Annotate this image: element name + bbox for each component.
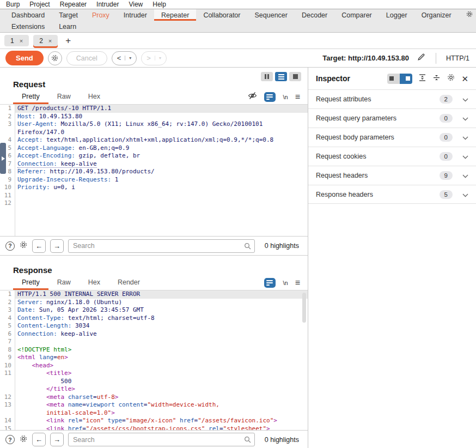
chevron-down-icon[interactable] [462, 190, 468, 199]
repeater-tab-1[interactable]: 1× [4, 35, 29, 46]
line-number: 7 [0, 338, 15, 346]
section-label: Response headers [316, 191, 440, 198]
menu-item-project[interactable]: Project [25, 1, 54, 8]
menu-item-burp[interactable]: Burp [1, 1, 25, 8]
response-panel: Response Pretty Raw Hex Render \n ≡ 1HTT… [0, 256, 308, 430]
layout-single-button[interactable] [289, 72, 301, 81]
tab-label: Logger [386, 11, 407, 19]
code-line: 10Priority: u=0, i [0, 184, 308, 192]
tab-target[interactable]: Target [52, 9, 85, 21]
tab-response-raw[interactable]: Raw [48, 275, 80, 290]
tab-collaborator[interactable]: Collaborator [196, 9, 247, 21]
search-prev-arrow-button[interactable]: ← [32, 433, 46, 446]
chevron-down-icon[interactable]: ▾ [125, 56, 131, 60]
collapse-all-icon[interactable] [432, 74, 441, 84]
chevron-down-icon[interactable] [462, 171, 468, 180]
tab-request-pretty[interactable]: Pretty [13, 89, 48, 104]
chevron-down-icon[interactable] [462, 94, 468, 104]
menu-item-view[interactable]: View [124, 1, 148, 8]
magnifier-icon [244, 436, 251, 443]
send-settings-gear-icon[interactable] [48, 51, 62, 65]
editor-menu-icon[interactable]: ≡ [295, 279, 300, 287]
hide-nonprintable-eye-slash-icon[interactable] [248, 92, 257, 102]
layout-columns-button[interactable] [261, 72, 273, 81]
request-editor[interactable]: 1GET /products/-10 HTTP/1.12Host: 10.49.… [0, 104, 308, 236]
code-line: 2Host: 10.49.153.80 [0, 113, 308, 121]
help-icon[interactable]: ? [5, 435, 15, 444]
tab-settings[interactable]: Se [459, 9, 476, 21]
search-next-arrow-button[interactable]: → [50, 239, 64, 253]
tab-label: Intruder [124, 11, 147, 19]
code-line: 3User-Agent: Mozilla/5.0 (X11; Linux x86… [0, 120, 308, 129]
tab-comparer[interactable]: Comparer [334, 9, 379, 21]
response-editor[interactable]: 1HTTP/1.1 500 INTERNAL SERVER ERROR2Serv… [0, 290, 308, 430]
play-triangle-icon [2, 156, 5, 161]
tab-intruder[interactable]: Intruder [117, 9, 154, 21]
inspector-dock-toggle [387, 74, 412, 84]
tab-proxy[interactable]: Proxy [85, 9, 117, 21]
help-icon[interactable]: ? [5, 241, 15, 251]
forward-history-button[interactable]: >▾ [141, 51, 167, 65]
close-icon[interactable]: × [48, 38, 52, 44]
search-settings-gear-icon[interactable] [19, 434, 28, 445]
tab-response-pretty[interactable]: Pretty [13, 275, 48, 290]
tab-logger[interactable]: Logger [379, 9, 414, 21]
menu-item-repeater[interactable]: Repeater [55, 1, 91, 8]
tab-learn[interactable]: Learn [52, 21, 83, 32]
add-tab-button[interactable]: + [62, 35, 74, 46]
chevron-down-icon[interactable] [462, 152, 468, 161]
editor-menu-icon[interactable]: ≡ [295, 93, 300, 101]
menu-item-intruder[interactable]: Intruder [91, 1, 124, 8]
scrollbar-thumb[interactable] [302, 293, 306, 323]
chevron-down-icon[interactable] [462, 132, 468, 142]
response-search-input[interactable] [68, 433, 255, 446]
tab-request-raw[interactable]: Raw [48, 89, 80, 104]
tab-label: Decoder [302, 11, 327, 19]
line-number: 15 [0, 425, 15, 431]
edit-target-pencil-icon[interactable] [417, 52, 426, 64]
tab-request-hex[interactable]: Hex [80, 89, 109, 104]
search-next-arrow-button[interactable]: → [50, 433, 64, 446]
inspector-section-request-body-parameters[interactable]: Request body parameters0 [308, 128, 476, 147]
show-newlines-icon[interactable]: \n [283, 94, 288, 100]
menu-item-help[interactable]: Help [148, 1, 171, 8]
inspector-section-request-attributes[interactable]: Request attributes2 [308, 89, 476, 108]
expand-all-icon[interactable] [418, 74, 426, 84]
count-badge: 9 [440, 171, 453, 180]
inspector-section-request-cookies[interactable]: Request cookies0 [308, 147, 476, 166]
tab-organizer[interactable]: Organizer [414, 9, 459, 21]
inspector-section-response-headers[interactable]: Response headers5 [308, 185, 476, 204]
inspector-section-request-query-parameters[interactable]: Request query parameters0 [308, 108, 476, 128]
repeater-tab-2[interactable]: 2× [33, 35, 58, 46]
send-button[interactable]: Send [5, 51, 44, 65]
protocol-selector[interactable]: HTTP/1 [446, 55, 469, 62]
close-icon[interactable]: ✕ [461, 75, 468, 83]
count-badge: 0 [440, 114, 453, 123]
search-settings-gear-icon[interactable] [19, 240, 28, 251]
tab-repeater[interactable]: Repeater [154, 9, 196, 21]
gutter-scroll-handle[interactable] [0, 143, 6, 174]
word-wrap-icon[interactable] [264, 278, 276, 288]
back-history-button[interactable]: <▾ [112, 51, 137, 65]
cancel-button[interactable]: Cancel [66, 51, 107, 65]
chevron-down-icon[interactable] [462, 113, 468, 123]
section-label: Request cookies [316, 153, 440, 160]
tab-response-hex[interactable]: Hex [80, 275, 109, 290]
gear-icon [466, 10, 473, 20]
request-search-input[interactable] [68, 239, 255, 253]
tab-sequencer[interactable]: Sequencer [247, 9, 294, 21]
tab-extensions[interactable]: Extensions [4, 21, 52, 32]
word-wrap-icon[interactable] [264, 92, 276, 102]
inspector-section-request-headers[interactable]: Request headers9 [308, 166, 476, 185]
layout-rows-button[interactable] [275, 72, 287, 81]
show-newlines-icon[interactable]: \n [283, 280, 288, 286]
tab-dashboard[interactable]: Dashboard [4, 9, 52, 21]
search-prev-arrow-button[interactable]: ← [32, 239, 46, 253]
inspector-settings-gear-icon[interactable] [447, 73, 455, 84]
dock-left-button[interactable] [387, 74, 400, 84]
count-badge: 0 [440, 152, 453, 161]
close-icon[interactable]: × [20, 38, 23, 44]
dock-right-button[interactable] [400, 74, 412, 84]
tab-response-render[interactable]: Render [109, 275, 149, 290]
tab-decoder[interactable]: Decoder [295, 9, 334, 21]
